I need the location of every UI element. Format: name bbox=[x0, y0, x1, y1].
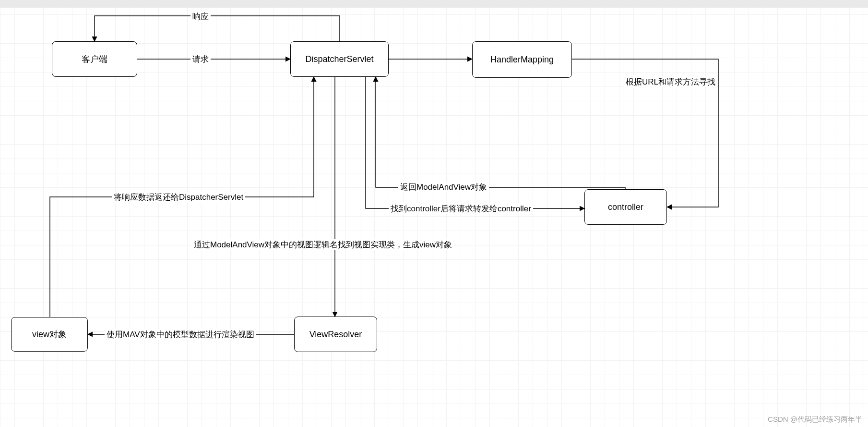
node-label: 客户端 bbox=[82, 53, 107, 65]
diagram-canvas: 客户端 DispatcherServlet HandlerMapping con… bbox=[0, 0, 868, 427]
node-label: ViewResolver bbox=[309, 329, 362, 340]
watermark: CSDN @代码已经练习两年半 bbox=[768, 415, 862, 424]
edge-return-mav bbox=[376, 77, 625, 189]
node-label: view对象 bbox=[32, 329, 67, 340]
edge-label-forward-controller: 找到controller后将请求转发给controller bbox=[389, 203, 533, 214]
edge-label-request: 请求 bbox=[190, 54, 211, 65]
edge-response bbox=[95, 16, 340, 41]
edge-label-to-view-resolver: 通过ModelAndView对象中的视图逻辑名找到视图实现类，生成view对象 bbox=[192, 239, 454, 250]
node-handler-mapping: HandlerMapping bbox=[472, 41, 572, 78]
edge-label-return-dispatcher: 将响应数据返还给DispatcherServlet bbox=[112, 192, 245, 203]
edge-label-render-view: 使用MAV对象中的模型数据进行渲染视图 bbox=[105, 329, 256, 340]
node-label: controller bbox=[608, 202, 643, 212]
node-client: 客户端 bbox=[52, 41, 137, 77]
node-view-object: view对象 bbox=[11, 317, 88, 352]
edge-label-find-by-url: 根据URL和请求方法寻找 bbox=[624, 76, 717, 87]
node-dispatcher-servlet: DispatcherServlet bbox=[290, 41, 389, 77]
edge-label-return-mav: 返回ModelAndView对象 bbox=[398, 182, 489, 193]
node-controller: controller bbox=[584, 189, 667, 225]
edge-label-response: 响应 bbox=[190, 11, 211, 22]
node-label: DispatcherServlet bbox=[305, 54, 373, 64]
node-label: HandlerMapping bbox=[490, 55, 554, 65]
node-view-resolver: ViewResolver bbox=[294, 317, 377, 352]
